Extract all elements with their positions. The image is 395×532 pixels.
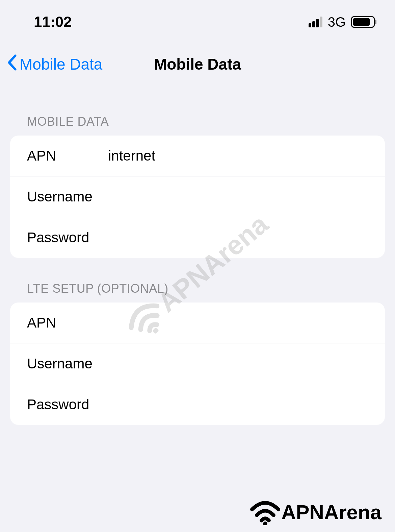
battery-icon bbox=[351, 16, 375, 28]
status-bar: 11:02 3G bbox=[0, 0, 395, 37]
chevron-left-icon bbox=[7, 54, 17, 74]
lte-apn-label: APN bbox=[27, 315, 108, 331]
password-input[interactable] bbox=[108, 229, 368, 246]
lte-setup-group: APN Username Password bbox=[10, 303, 385, 425]
network-type: 3G bbox=[328, 15, 346, 30]
lte-setup-header: LTE SETUP (OPTIONAL) bbox=[0, 282, 395, 303]
navigation-bar: Mobile Data Mobile Data bbox=[0, 37, 395, 91]
mobile-data-section: MOBILE DATA APN Username Password bbox=[0, 115, 395, 258]
lte-username-input[interactable] bbox=[108, 356, 368, 372]
back-button[interactable]: Mobile Data bbox=[7, 54, 102, 74]
status-time: 11:02 bbox=[34, 14, 72, 30]
username-input[interactable] bbox=[108, 189, 368, 205]
wifi-icon bbox=[249, 499, 281, 525]
watermark-bottom-text: APNArena bbox=[281, 501, 381, 524]
status-indicators: 3G bbox=[309, 15, 375, 30]
signal-icon bbox=[309, 17, 322, 27]
back-label: Mobile Data bbox=[20, 55, 102, 73]
mobile-data-header: MOBILE DATA bbox=[0, 115, 395, 136]
lte-password-input[interactable] bbox=[108, 396, 368, 413]
lte-username-row[interactable]: Username bbox=[10, 343, 385, 384]
lte-username-label: Username bbox=[27, 356, 108, 372]
username-row[interactable]: Username bbox=[10, 176, 385, 217]
lte-password-row[interactable]: Password bbox=[10, 384, 385, 425]
username-label: Username bbox=[27, 189, 108, 205]
lte-apn-row[interactable]: APN bbox=[10, 303, 385, 343]
apn-input[interactable] bbox=[108, 148, 368, 164]
mobile-data-group: APN Username Password bbox=[10, 136, 385, 258]
page-title: Mobile Data bbox=[154, 55, 241, 73]
watermark-bottom: APNArena bbox=[249, 499, 381, 525]
lte-apn-input[interactable] bbox=[108, 315, 368, 331]
password-row[interactable]: Password bbox=[10, 217, 385, 258]
apn-row[interactable]: APN bbox=[10, 136, 385, 176]
password-label: Password bbox=[27, 229, 108, 246]
svg-point-1 bbox=[263, 522, 267, 525]
lte-setup-section: LTE SETUP (OPTIONAL) APN Username Passwo… bbox=[0, 282, 395, 425]
lte-password-label: Password bbox=[27, 396, 108, 413]
apn-label: APN bbox=[27, 148, 108, 164]
